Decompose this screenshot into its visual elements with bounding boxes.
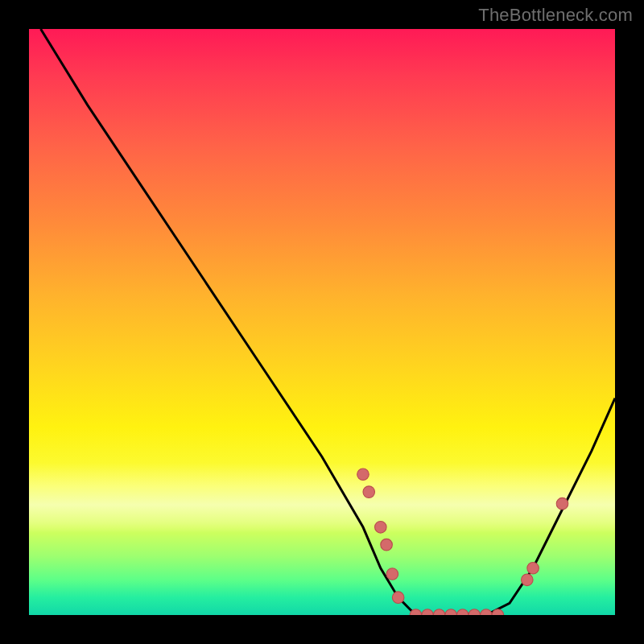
data-marker: [357, 469, 369, 481]
plot-area: [29, 29, 615, 615]
data-marker: [375, 522, 387, 534]
data-marker: [422, 609, 434, 615]
data-marker: [386, 568, 398, 580]
data-marker: [522, 574, 534, 586]
data-marker: [556, 497, 568, 510]
chart-svg: [29, 29, 615, 615]
data-marker: [481, 609, 493, 615]
chart-stage: TheBottleneck.com: [0, 0, 644, 644]
data-marker: [469, 609, 481, 615]
data-marker: [445, 609, 457, 615]
data-marker: [433, 609, 445, 615]
bottleneck-curve: [41, 29, 615, 615]
data-marker: [392, 592, 404, 604]
data-marker: [527, 562, 539, 574]
watermark-text: TheBottleneck.com: [478, 5, 633, 26]
data-marker: [456, 609, 469, 615]
data-marker: [363, 486, 375, 498]
data-markers: [357, 469, 568, 615]
data-marker: [381, 539, 393, 551]
